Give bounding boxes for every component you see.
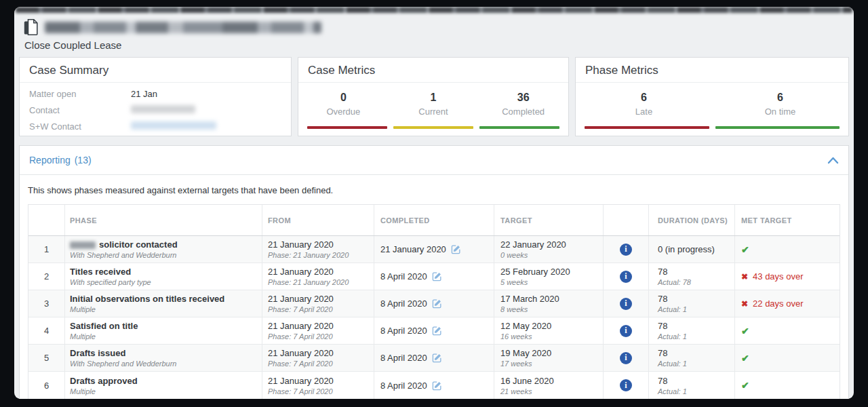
target-subtitle: 8 weeks	[500, 305, 597, 313]
reporting-title: Reporting	[29, 155, 71, 166]
phase-name: solicitor contacted	[70, 239, 256, 250]
phase-name-text: Titles received	[70, 267, 131, 277]
phase-subtitle: Multiple	[70, 387, 256, 395]
summary-field-contact: Contact	[29, 105, 281, 115]
metric-label: Current	[389, 106, 479, 117]
info-icon[interactable]: i	[620, 298, 632, 310]
metric-value: 36	[478, 92, 568, 104]
row-number: 4	[28, 317, 65, 344]
target-date: 16 June 2020	[500, 376, 597, 386]
row-number: 2	[28, 263, 65, 290]
from-date: 21 January 2020	[268, 267, 368, 277]
duration-value: 78	[658, 348, 729, 358]
met-target-x-icon: ✖	[741, 272, 748, 282]
target-date: 25 February 2020	[500, 267, 597, 277]
phase-name: Drafts issued	[70, 348, 256, 358]
duration-subtitle: Actual: 1	[658, 305, 729, 313]
duration-value: 78	[658, 294, 729, 304]
summary-field-matter-open: Matter open 21 Jan	[29, 89, 281, 99]
reporting-header[interactable]: Reporting(13)	[20, 146, 848, 175]
met-target-check-icon: ✔	[741, 380, 834, 391]
duration-value: 0 (in progress)	[658, 244, 729, 254]
duration-subtitle: Actual: 1	[658, 387, 729, 395]
metric-overdue: 0 Overdue	[298, 92, 389, 117]
phase-name-text: Satisfied on title	[70, 321, 138, 331]
info-icon[interactable]: i	[620, 271, 632, 283]
from-date: 21 January 2020	[268, 294, 368, 304]
edit-completed-date-icon[interactable]	[432, 326, 442, 336]
phase-name: Drafts approved	[70, 376, 256, 386]
app-window: Close Coupled Lease Case Summary Matter …	[14, 7, 854, 399]
on-time-bar	[715, 126, 840, 129]
chevron-up-icon[interactable]	[827, 157, 839, 164]
completed-bar	[479, 126, 559, 129]
info-icon[interactable]: i	[620, 379, 632, 391]
row-number: 5	[28, 345, 65, 371]
metric-label: On time	[712, 106, 848, 117]
phase-name: Initial observations on titles received	[70, 294, 256, 304]
case-summary-title: Case Summary	[20, 58, 291, 83]
metric-value: 6	[576, 92, 712, 104]
table-row: 6 Drafts approved Multiple 21 January 20…	[28, 372, 840, 399]
metric-value: 0	[298, 92, 389, 104]
phase-subtitle: Multiple	[70, 305, 256, 313]
phase-name-text: Initial observations on titles received	[70, 294, 224, 304]
row-number: 6	[28, 372, 65, 399]
late-bar	[585, 126, 709, 129]
phase-subtitle: With specified party type	[70, 278, 256, 286]
from-subtitle: Phase: 7 April 2020	[268, 305, 368, 313]
target-date: 22 January 2020	[500, 239, 597, 250]
table-row: 4 Satisfied on title Multiple 21 January…	[28, 317, 840, 345]
redacted-phase-prefix	[70, 241, 96, 249]
target-subtitle: 5 weeks	[500, 278, 597, 286]
duration-value: 78	[658, 267, 729, 277]
from-date: 21 January 2020	[268, 321, 368, 331]
met-target-check-icon: ✔	[741, 326, 834, 336]
current-bar	[393, 126, 473, 129]
met-fail-text: 22 days over	[753, 298, 803, 309]
info-icon[interactable]: i	[620, 325, 632, 337]
reporting-count: (13)	[75, 155, 92, 166]
metric-label: Completed	[478, 106, 568, 117]
edit-completed-date-icon[interactable]	[432, 381, 442, 391]
blurred-browser-strip	[16, 7, 852, 13]
edit-completed-date-icon[interactable]	[432, 298, 442, 309]
summary-field-sw-contact: S+W Contact	[29, 121, 281, 132]
phase-metrics-title: Phase Metrics	[576, 58, 848, 83]
duration-value: 78	[658, 376, 729, 386]
col-phase: PHASE	[65, 205, 262, 235]
completed-date: 8 April 2020	[380, 326, 427, 336]
from-date: 21 January 2020	[268, 376, 368, 386]
duration-value: 78	[658, 321, 729, 331]
info-icon[interactable]: i	[620, 352, 632, 364]
summary-cards-row: Case Summary Matter open 21 Jan Contact …	[14, 55, 854, 136]
target-subtitle: 16 weeks	[500, 332, 597, 341]
col-duration: DURATION (DAYS)	[649, 205, 735, 235]
phase-subtitle: With Shepherd and Wedderburn	[70, 360, 256, 368]
target-subtitle: 17 weeks	[500, 360, 597, 368]
field-value: 21 Jan	[131, 89, 157, 99]
page-header: Close Coupled Lease	[14, 13, 854, 55]
field-label: Contact	[29, 105, 131, 115]
col-target: TARGET	[494, 205, 604, 235]
metric-late: 6 Late	[576, 92, 712, 117]
metric-value: 6	[712, 92, 848, 104]
edit-completed-date-icon[interactable]	[432, 271, 442, 282]
table-row: 5 Drafts issued With Shepherd and Wedder…	[28, 345, 840, 372]
metric-label: Late	[576, 106, 712, 117]
info-icon[interactable]: i	[620, 244, 632, 256]
metric-on-time: 6 On time	[712, 92, 848, 117]
table-row: 1 solicitor contacted With Shepherd and …	[28, 236, 840, 263]
row-number: 3	[28, 290, 65, 317]
completed-date: 8 April 2020	[380, 381, 427, 391]
table-body: 1 solicitor contacted With Shepherd and …	[28, 236, 840, 399]
edit-completed-date-icon[interactable]	[432, 353, 442, 363]
col-info	[604, 205, 649, 235]
completed-date: 8 April 2020	[380, 353, 427, 363]
redacted-sw-contact-value	[131, 121, 216, 130]
from-subtitle: Phase: 7 April 2020	[268, 387, 368, 395]
met-target-fail: ✖43 days over	[741, 271, 834, 282]
edit-completed-date-icon[interactable]	[451, 244, 461, 254]
target-date: 17 March 2020	[500, 294, 597, 304]
reporting-section: Reporting(13) This shows phases measured…	[19, 145, 849, 399]
